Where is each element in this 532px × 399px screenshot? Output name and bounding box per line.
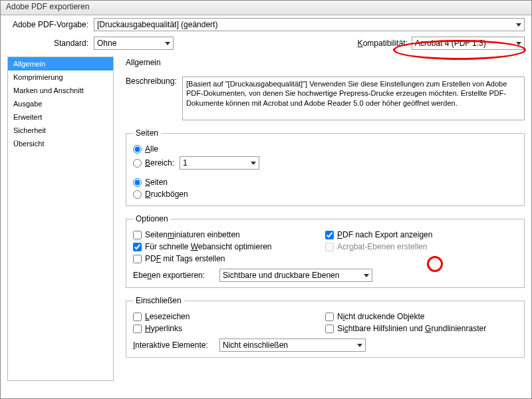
compat-label: Kompatibilität: <box>358 39 412 48</box>
options-legend: Optionen <box>133 214 171 223</box>
export-pdf-dialog: Adobe PDF exportieren Adobe PDF-Vorgabe:… <box>0 0 532 399</box>
chk-acro-layers-label: Acrobat-Ebenen erstellen <box>337 242 427 251</box>
preset-value: [Druckausgabequalität] (geändert) <box>97 20 217 29</box>
radio-all[interactable] <box>133 145 142 154</box>
radio-range[interactable] <box>133 159 142 168</box>
sidebar-item-erweitert[interactable]: Erweitert <box>8 110 113 124</box>
chevron-down-icon <box>357 344 362 347</box>
interactive-combo[interactable]: Nicht einschließen <box>219 338 366 352</box>
range-value: 1 <box>183 158 188 168</box>
description-label: Beschreibung: <box>126 76 182 120</box>
compat-combo[interactable]: Acrobat 4 (PDF 1.3) <box>412 37 525 50</box>
radio-range-label[interactable]: Bereich: <box>145 158 174 168</box>
layers-export-value: Sichtbare und druckbare Ebenen <box>223 271 339 280</box>
include-legend: Einschließen <box>133 296 184 305</box>
sidebar-item-marken[interactable]: Marken und Anschnitt <box>8 84 113 97</box>
chk-fastweb[interactable] <box>133 243 142 251</box>
chk-view-after-label[interactable]: PDF nach Export anzeigen <box>337 230 432 239</box>
pages-legend: Seiten <box>133 128 161 138</box>
chk-view-after[interactable] <box>325 231 334 239</box>
panel-heading: Allgemein <box>126 58 525 67</box>
chevron-down-icon <box>516 23 521 27</box>
radio-pages-label[interactable]: Seiten <box>145 178 168 187</box>
chk-bookmarks-label[interactable]: Lesezeichen <box>145 312 190 321</box>
chk-bookmarks[interactable] <box>133 313 142 321</box>
chevron-down-icon <box>364 274 369 277</box>
window-title: Adobe PDF exportieren <box>6 2 89 11</box>
chk-tags[interactable] <box>133 255 142 263</box>
standard-label: Standard: <box>7 39 94 48</box>
sidebar-item-komprimierung[interactable]: Komprimierung <box>8 70 113 84</box>
preset-label: Adobe PDF-Vorgabe: <box>7 20 94 29</box>
standard-value: Ohne <box>97 39 116 48</box>
radio-pages[interactable] <box>133 178 142 187</box>
sidebar-item-uebersicht[interactable]: Übersicht <box>8 137 113 150</box>
chk-fastweb-label[interactable]: Für schnelle Webansicht optimieren <box>145 242 272 251</box>
chk-thumbs-label[interactable]: Seitenminiaturen einbetten <box>145 230 240 239</box>
include-group: Einschließen Lesezeichen Hyperlinks Nich… <box>126 296 525 358</box>
pages-group: Seiten Alle Bereich: 1 Seiten <box>126 128 525 206</box>
chk-hyperlinks[interactable] <box>133 325 142 333</box>
chk-guides-label[interactable]: Sichtbare Hilfslinien und Grundlinienras… <box>337 324 486 333</box>
radio-spreads[interactable] <box>133 190 142 199</box>
layers-export-label: Ebenen exportieren: <box>133 271 219 280</box>
radio-spreads-label[interactable]: Druckbögen <box>145 190 188 199</box>
chk-hyperlinks-label[interactable]: Hyperlinks <box>145 324 182 333</box>
chevron-down-icon <box>251 162 256 165</box>
chk-acro-layers <box>325 243 334 251</box>
layers-export-combo[interactable]: Sichtbare und druckbare Ebenen <box>219 269 372 282</box>
sidebar-item-allgemein[interactable]: Allgemein <box>8 57 113 70</box>
chk-tags-label[interactable]: PDF mit Tags erstellen <box>145 254 225 263</box>
category-sidebar: Allgemein Komprimierung Marken und Ansch… <box>7 57 114 381</box>
chevron-down-icon <box>165 42 170 45</box>
chk-nonprint-label[interactable]: Nicht druckende Objekte <box>337 312 424 321</box>
options-group: Optionen Seitenminiaturen einbetten Für … <box>126 214 525 288</box>
sidebar-item-ausgabe[interactable]: Ausgabe <box>8 97 113 110</box>
chevron-down-icon <box>516 42 521 45</box>
main-panel: Allgemein Beschreibung: [Basiert auf "[D… <box>114 57 525 381</box>
range-combo[interactable]: 1 <box>180 156 259 170</box>
sidebar-item-sicherheit[interactable]: Sicherheit <box>8 124 113 137</box>
interactive-label: Interaktive Elemente: <box>133 340 219 350</box>
titlebar: Adobe PDF exportieren <box>1 1 531 15</box>
chk-thumbs[interactable] <box>133 231 142 239</box>
chk-nonprint[interactable] <box>325 313 334 321</box>
interactive-value: Nicht einschließen <box>223 340 288 350</box>
radio-all-label[interactable]: Alle <box>145 144 158 154</box>
description-text[interactable]: [Basiert auf "[Druckausgabequalität]"] V… <box>182 76 525 120</box>
compat-value: Acrobat 4 (PDF 1.3) <box>415 39 486 48</box>
preset-combo[interactable]: [Druckausgabequalität] (geändert) <box>94 18 525 31</box>
standard-combo[interactable]: Ohne <box>94 37 174 50</box>
chk-guides[interactable] <box>325 325 334 333</box>
